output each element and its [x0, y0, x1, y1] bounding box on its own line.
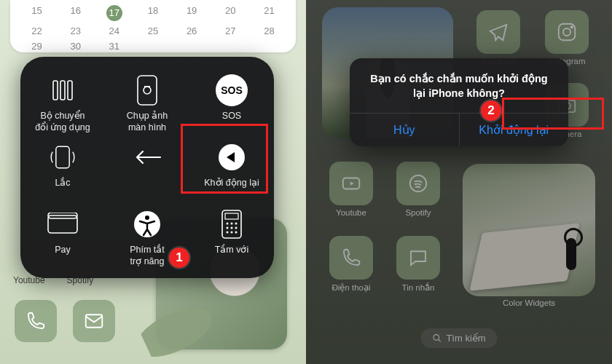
calendar-day[interactable] — [211, 39, 250, 54]
mail-icon — [83, 310, 105, 332]
app-switcher-icon — [47, 74, 79, 106]
calendar-day[interactable]: 17 — [95, 3, 133, 23]
calendar-day[interactable] — [250, 39, 289, 54]
back-button[interactable] — [105, 137, 189, 204]
svg-point-16 — [235, 223, 238, 225]
screenshot-label: Chụp ảnh màn hình — [124, 111, 170, 133]
back-arrow-icon — [131, 141, 163, 173]
right-pane: Telegram Instagram Camera Youtube Spotif… — [306, 0, 612, 364]
svg-point-11 — [145, 215, 149, 220]
svg-rect-6 — [144, 86, 150, 87]
calendar-day[interactable]: 30 — [56, 39, 95, 54]
left-pane: 15 16 17 18 19 20 21 22 23 24 25 26 27 2… — [0, 0, 306, 364]
dock-row — [15, 300, 115, 342]
calendar-day[interactable]: 16 — [56, 3, 95, 23]
svg-point-17 — [227, 227, 229, 229]
restart-icon — [216, 141, 248, 173]
calendar-day[interactable]: 26 — [173, 23, 211, 39]
confirm-button-row: Hủy Khởi động lại — [350, 113, 568, 146]
svg-point-18 — [231, 227, 233, 229]
calendar-day[interactable]: 29 — [17, 39, 56, 54]
restart-label: Khởi động lại — [201, 178, 262, 189]
svg-point-22 — [235, 232, 238, 234]
svg-point-19 — [235, 227, 238, 229]
step-1-badge: 1 — [169, 248, 189, 268]
dim-overlay — [306, 0, 612, 364]
svg-point-20 — [227, 232, 229, 234]
screenshot-icon — [131, 74, 163, 106]
sos-button[interactable]: SOS SOS — [189, 70, 274, 137]
accessibility-label: Phím tắt trợ năng — [127, 245, 168, 267]
calendar-row: 29 30 31 — [17, 39, 289, 54]
svg-rect-1 — [53, 81, 58, 100]
calendar-day[interactable] — [173, 39, 211, 54]
sos-icon: SOS — [216, 74, 248, 106]
calendar-day[interactable]: 19 — [173, 3, 211, 23]
sos-circle: SOS — [216, 74, 248, 106]
svg-point-21 — [231, 232, 233, 234]
calendar-day[interactable]: 15 — [17, 3, 56, 23]
calendar-day[interactable]: 31 — [95, 39, 133, 54]
confirm-message: Bạn có chắc chắn muốn khởi động lại iPho… — [350, 58, 568, 113]
calendar-day[interactable]: 22 — [17, 23, 56, 39]
svg-point-15 — [231, 223, 233, 225]
calendar-today[interactable]: 17 — [106, 5, 122, 21]
shake-label: Lắc — [52, 178, 73, 189]
confirm-restart-button[interactable]: Khởi động lại — [459, 114, 569, 146]
calendar-widget[interactable]: 15 16 17 18 19 20 21 22 23 24 25 26 27 2… — [10, 0, 296, 52]
calendar-row: 22 23 24 25 26 27 28 — [17, 23, 289, 39]
calendar-day[interactable]: 18 — [133, 3, 172, 23]
reachability-button[interactable]: Tầm với — [189, 204, 274, 271]
calendar-row: 15 16 17 18 19 20 21 — [17, 3, 289, 23]
screenshot-button[interactable]: Chụp ảnh màn hình — [105, 70, 189, 137]
calculator-icon — [216, 208, 248, 240]
calendar-day[interactable]: 20 — [211, 3, 250, 23]
svg-rect-3 — [68, 81, 72, 100]
accessibility-icon — [131, 208, 163, 240]
apple-pay-button[interactable]: Pay — [20, 204, 105, 271]
phone-app-icon[interactable] — [15, 300, 57, 342]
calendar-day[interactable] — [133, 39, 172, 54]
restart-button[interactable]: Khởi động lại — [189, 137, 274, 204]
shake-icon — [47, 141, 79, 173]
calendar-day[interactable]: 27 — [211, 23, 250, 39]
mail-app-icon[interactable] — [73, 300, 115, 342]
svg-point-14 — [227, 223, 229, 225]
reachability-label: Tầm với — [212, 245, 252, 256]
calendar-day[interactable]: 21 — [250, 3, 289, 23]
calendar-day[interactable]: 28 — [250, 23, 289, 39]
app-switcher-button[interactable]: Bộ chuyển đổi ứng dụng — [20, 70, 105, 137]
step-2-badge: 2 — [481, 100, 501, 121]
phone-icon — [25, 310, 47, 332]
apple-pay-icon — [47, 208, 79, 240]
svg-point-5 — [144, 87, 151, 94]
svg-rect-7 — [56, 146, 69, 167]
svg-rect-2 — [60, 81, 65, 100]
svg-rect-4 — [138, 76, 157, 105]
shake-button[interactable]: Lắc — [20, 137, 105, 204]
calendar-day[interactable]: 23 — [56, 23, 95, 39]
apple-pay-label: Pay — [52, 245, 74, 256]
svg-rect-13 — [225, 213, 238, 219]
sos-label: SOS — [219, 111, 244, 122]
calendar-day[interactable]: 24 — [95, 23, 133, 39]
app-switcher-label: Bộ chuyển đổi ứng dụng — [32, 111, 93, 133]
restart-confirm-dialog: Bạn có chắc chắn muốn khởi động lại iPho… — [350, 58, 568, 146]
calendar-day[interactable]: 25 — [133, 23, 172, 39]
cancel-button[interactable]: Hủy — [350, 114, 459, 146]
assistive-touch-panel: Bộ chuyển đổi ứng dụng Chụp ảnh màn hình… — [20, 57, 274, 278]
svg-rect-0 — [86, 314, 103, 328]
